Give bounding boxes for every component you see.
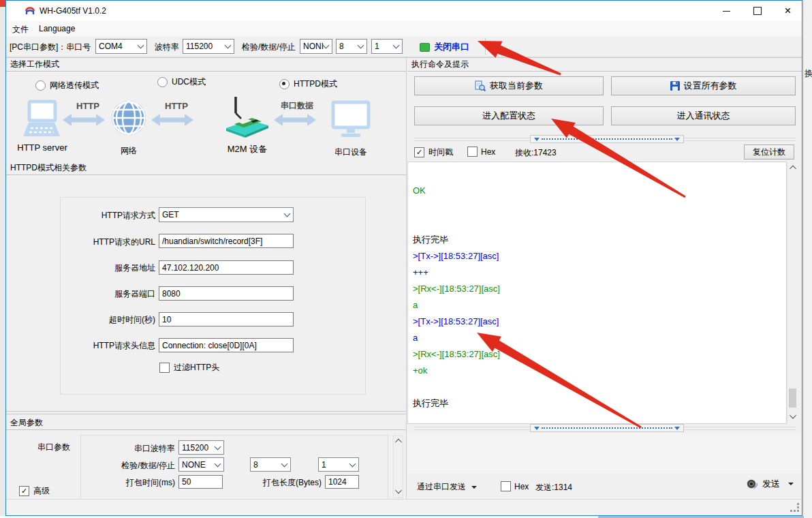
collapse-down-icon[interactable]	[674, 427, 680, 430]
recv-count: 接收:17423	[515, 147, 557, 159]
speaker-icon	[747, 478, 758, 490]
send-button[interactable]: 发送	[747, 478, 794, 490]
scroll-up-icon[interactable]	[790, 166, 796, 172]
splitter-dots	[542, 427, 672, 429]
filter-http-label: 过滤HTTP头	[174, 362, 219, 374]
status-bar	[6, 499, 802, 515]
log-line: >[Tx->][18:53:27][asc]	[413, 248, 500, 264]
get-params-button[interactable]: 获取当前参数	[414, 76, 604, 95]
log-lines: OK 执行完毕 >[Tx->][18:53:27][asc] +++ >[Rx<…	[413, 183, 500, 412]
packlen-input[interactable]	[325, 475, 359, 489]
reset-count-button[interactable]: 复位计数	[744, 144, 794, 159]
parity-select[interactable]: NONI	[300, 39, 332, 54]
timestamp-checkbox[interactable]: ✓ 时间戳	[414, 147, 453, 158]
global-parity-select[interactable]: NONE	[178, 457, 224, 472]
resize-grip[interactable]	[790, 503, 800, 513]
collapse-down-icon[interactable]	[674, 138, 680, 141]
timeout-input[interactable]	[159, 312, 294, 326]
menu-bar	[6, 21, 802, 36]
title-bar	[6, 1, 802, 21]
collapse-up-icon[interactable]	[534, 427, 540, 430]
panel-divider	[406, 58, 407, 515]
minimize-button[interactable]	[710, 1, 742, 21]
http-server-caption: HTTP server	[14, 142, 71, 153]
advanced-checkbox[interactable]: ✓ 高级	[19, 485, 50, 497]
send-text-area[interactable]	[407, 433, 802, 474]
com-port-select[interactable]: COM4	[95, 39, 147, 54]
advanced-label: 高级	[33, 485, 50, 497]
http-method-select[interactable]: GET	[159, 207, 294, 222]
global-stopbits-select[interactable]: 1	[318, 457, 359, 472]
parity-value: NONI	[303, 42, 324, 51]
baud-select[interactable]: 115200	[183, 39, 234, 54]
packtime-input[interactable]	[178, 475, 223, 489]
request-header-input[interactable]	[159, 338, 294, 352]
get-params-label: 获取当前参数	[490, 80, 543, 92]
minimize-icon	[723, 11, 730, 12]
network-caption: 网络	[111, 145, 146, 157]
log-line: >[Tx->][18:53:27][asc]	[413, 314, 500, 330]
filter-http-checkbox[interactable]: 过滤HTTP头	[159, 362, 219, 374]
server-address-label: 服务器地址	[27, 262, 155, 274]
enter-config-label: 进入配置状态	[482, 110, 535, 122]
send-hex-checkbox[interactable]: Hex	[501, 481, 529, 491]
close-port-button[interactable]: 关闭串口	[420, 40, 478, 55]
save-floppy-icon	[670, 81, 680, 91]
close-icon: ×	[785, 4, 792, 18]
m2m-caption: M2M 设备	[221, 143, 273, 155]
global-header-label: 全局参数	[10, 417, 43, 429]
maximize-icon	[753, 7, 762, 15]
enter-config-button[interactable]: 进入配置状态	[414, 106, 604, 125]
parity-data-stop-label: 检验/数据/停止	[242, 42, 296, 53]
global-stopbits-value: 1	[322, 460, 326, 470]
log-line	[413, 199, 500, 215]
maximize-button[interactable]	[742, 1, 773, 21]
databits-select[interactable]: 8	[336, 39, 367, 54]
workmode-header-label: 选择工作模式	[10, 59, 59, 70]
recv-hex-checkbox[interactable]: Hex	[467, 147, 495, 157]
splitter2-handle[interactable]	[530, 424, 684, 432]
radio-httpd-label: HTTPD模式	[294, 78, 337, 90]
server-port-input[interactable]	[159, 286, 294, 301]
log-line: 执行完毕	[413, 395, 500, 412]
enter-comm-button[interactable]: 进入通讯状态	[611, 106, 796, 125]
chevron-down-icon	[284, 211, 291, 217]
global-baud-select[interactable]: 115200	[178, 440, 224, 455]
global-baud-label: 串口波特率	[93, 443, 175, 455]
close-button[interactable]: ×	[773, 1, 802, 21]
splitter-dots	[542, 138, 672, 140]
radio-icon	[157, 77, 168, 87]
stopbits-select[interactable]: 1	[371, 39, 403, 54]
collapse-up-icon[interactable]	[534, 138, 540, 141]
menu-language[interactable]: Language	[39, 24, 75, 33]
scrollbar-thumb[interactable]	[789, 388, 796, 408]
scroll-down-icon[interactable]	[790, 412, 796, 419]
radio-httpd-mode[interactable]: HTTPD模式	[279, 78, 337, 90]
scroll-up-icon[interactable]	[395, 439, 402, 446]
log-scrollbar[interactable]	[787, 162, 798, 423]
splitter1-handle[interactable]	[530, 135, 684, 143]
laptop-icon	[20, 100, 63, 139]
global-databits-select[interactable]: 8	[250, 457, 291, 472]
databits-value: 8	[339, 42, 344, 51]
radio-transparent-mode[interactable]: 网络透传模式	[35, 80, 99, 91]
set-params-label: 设置所有参数	[684, 80, 737, 92]
server-address-input[interactable]	[159, 260, 294, 275]
radio-udc-label: UDC模式	[172, 76, 206, 88]
scroll-down-icon[interactable]	[395, 487, 402, 494]
checkbox-checked-icon: ✓	[414, 147, 424, 157]
global-parity-value: NONE	[182, 460, 206, 470]
send-via-serial-dropdown[interactable]: 通过串口发送	[417, 481, 477, 493]
global-scrollbar[interactable]	[393, 436, 403, 498]
baud-value: 115200	[186, 42, 213, 51]
double-arrow-icon	[272, 112, 317, 127]
background-left-strip	[0, 0, 5, 518]
httpd-section-header: HTTPD模式相关参数	[6, 162, 406, 175]
log-line: >[Rx<-][18:53:27][asc]	[413, 281, 500, 297]
set-params-button[interactable]: 设置所有参数	[611, 76, 796, 95]
radio-udc-mode[interactable]: UDC模式	[157, 76, 206, 88]
http-method-label: HTTP请求方式	[27, 210, 155, 222]
http-url-input[interactable]	[159, 234, 294, 248]
exec-header-label: 执行命令及提示	[411, 59, 469, 70]
menu-file[interactable]: 文件	[12, 24, 29, 35]
